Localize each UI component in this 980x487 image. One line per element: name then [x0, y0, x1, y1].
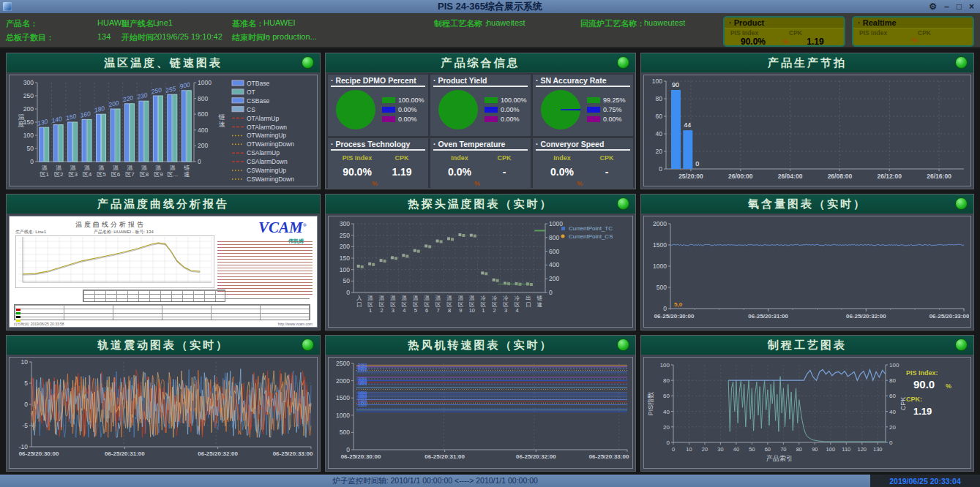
panel-probe-temp: 热探头温度图表（实时） 0501001502002503000200400600…: [325, 194, 636, 331]
svg-text:2000: 2000: [336, 377, 350, 385]
svg-text:-5: -5: [22, 422, 28, 429]
svg-text:80: 80: [663, 377, 670, 384]
svg-text:温区4: 温区4: [83, 165, 92, 178]
recipe-dpmo-subpanel: · Recipe DPMO Percent 100.00% 0.00% 0.00…: [328, 75, 428, 136]
svg-text:-10: -10: [19, 443, 29, 450]
stat-col-label: CPK: [384, 154, 420, 162]
stat-value: 1.19: [384, 166, 420, 178]
svg-text:25/20:00: 25/20:00: [678, 173, 703, 180]
svg-text:06-25/20:33:00: 06-25/20:33:00: [589, 453, 629, 460]
field-label: 基准名：: [232, 18, 264, 29]
svg-text:100: 100: [889, 362, 899, 369]
svg-text:30: 30: [717, 446, 723, 453]
svg-text:2500: 2500: [336, 360, 350, 367]
window-title: PIS 24-365综合展示系统: [0, 0, 980, 13]
svg-text:链速: 链速: [536, 295, 543, 308]
svg-text:200: 200: [340, 243, 350, 250]
pis-index-label: PIS Index: [859, 29, 918, 37]
oven-temperature-subpanel: · Oven Temperature IndexCPK 0.0%- %: [430, 138, 531, 188]
svg-text:0: 0: [198, 158, 201, 165]
stat-value: 0.0%: [536, 166, 588, 178]
svg-text:CSAlarmDown: CSAlarmDown: [247, 158, 288, 165]
svg-text:70: 70: [780, 446, 786, 453]
panel-title: 氧含量图表（实时）: [748, 197, 867, 211]
svg-text:1900: 1900: [358, 382, 367, 386]
legend-swatch: [485, 97, 498, 103]
fan-speed-chart: 0500100015002000250006-25/20:30:0006-25/…: [329, 358, 631, 468]
title-bar: PIS 24-365综合展示系统 ⚙ – □ ×: [0, 0, 980, 13]
furnace-monitor-timeline: 炉子监控时间轴: 2010/1/1 00:00:00 <----> 2010/1…: [0, 476, 870, 486]
svg-text:250: 250: [23, 92, 34, 99]
svg-text:10: 10: [686, 446, 692, 453]
svg-text:%: %: [946, 382, 951, 390]
report-result-table: [14, 304, 310, 320]
svg-text:0: 0: [549, 289, 553, 296]
panel-title: 热探头温度图表（实时）: [408, 197, 553, 211]
maximize-button[interactable]: □: [957, 2, 962, 11]
pis-index-value: 90.0%: [730, 37, 776, 47]
panel-title: 温区温度、链速图表: [104, 56, 222, 70]
subpanel-title: · Process Technology: [331, 138, 425, 151]
svg-text:OTAlarmDown: OTAlarmDown: [247, 124, 287, 131]
minimize-button[interactable]: –: [944, 2, 949, 11]
svg-text:0: 0: [663, 305, 667, 312]
legend-swatch: [587, 107, 600, 113]
legend-swatch: [587, 97, 600, 103]
svg-text:1.19: 1.19: [913, 406, 932, 417]
dpmo-pie-chart: [331, 87, 381, 132]
svg-text:CS: CS: [247, 106, 255, 113]
percent-sign: %: [905, 37, 925, 44]
svg-text:CurrentPoint_CS: CurrentPoint_CS: [569, 233, 613, 240]
panel-oxygen: 氧含量图表（实时） 050010001500200006-25/20:30:00…: [640, 194, 974, 331]
svg-text:06-25/20:30:00: 06-25/20:30:00: [341, 453, 381, 460]
svg-text:0: 0: [30, 158, 34, 165]
svg-text:100: 100: [660, 362, 670, 369]
status-bar: 炉子监控时间轴: 2010/1/1 00:00:00 <----> 2010/1…: [0, 475, 980, 487]
svg-text:400: 400: [549, 261, 559, 268]
probe-temp-chart: 05010015020025030002004006008001000入口温区1…: [329, 216, 631, 327]
panel-zone-temp-chain-speed: 温区温度、链速图表 050100150200250300020040060080…: [6, 53, 321, 189]
svg-text:60: 60: [663, 393, 670, 399]
settings-gear-icon[interactable]: ⚙: [929, 2, 937, 11]
product-index-box: · Product PIS Index CPK 90.0% % 1.19: [723, 16, 845, 47]
svg-text:OTAlarmUp: OTAlarmUp: [247, 115, 280, 122]
svg-text:220: 220: [121, 94, 134, 103]
svg-text:冷区4: 冷区4: [515, 295, 520, 314]
status-lamp-icon: [617, 339, 629, 351]
subpanel-title: · Product Yield: [433, 75, 528, 87]
svg-text:90.0: 90.0: [913, 378, 935, 390]
svg-text:20: 20: [663, 424, 670, 431]
close-button[interactable]: ×: [969, 2, 974, 11]
svg-text:230: 230: [135, 91, 148, 101]
svg-text:产品索引: 产品索引: [766, 455, 793, 462]
svg-text:06-25/20:32:00: 06-25/20:32:00: [846, 313, 886, 320]
conveyor-speed-subpanel: · Converyor Speed IndexCPK 0.0%- %: [533, 138, 633, 188]
svg-text:0: 0: [659, 165, 662, 173]
svg-text:0: 0: [667, 439, 670, 446]
svg-text:1000: 1000: [653, 263, 667, 270]
svg-text:温区7: 温区7: [435, 295, 441, 314]
status-lamp-icon: [955, 197, 968, 210]
field-label: 总板子数目：: [6, 32, 54, 43]
svg-text:26/00:00: 26/00:00: [728, 173, 753, 180]
svg-text:链速: 链速: [183, 165, 190, 178]
svg-text:300: 300: [340, 220, 350, 227]
svg-text:06-25/20:32:00: 06-25/20:32:00: [198, 450, 238, 457]
svg-text:06-25/20:30:00: 06-25/20:30:00: [19, 450, 59, 457]
legend-value: 0.75%: [603, 106, 622, 113]
field-value: Line1: [153, 18, 173, 27]
svg-text:160: 160: [79, 110, 91, 119]
svg-text:40: 40: [656, 130, 663, 137]
svg-text:80: 80: [796, 446, 802, 453]
svg-text:链速: 链速: [218, 113, 225, 128]
svg-text:150: 150: [23, 118, 34, 126]
svg-text:100: 100: [652, 78, 662, 85]
svg-text:出口: 出口: [525, 295, 531, 308]
panel-temp-curve-report: 产品温度曲线分析报告 温度曲线分析报告 生产线名: Line1 产品名称: HU…: [6, 194, 321, 331]
svg-text:50: 50: [749, 446, 755, 453]
svg-text:20: 20: [656, 148, 663, 155]
svg-text:200: 200: [198, 142, 208, 149]
svg-text:26/16:00: 26/16:00: [927, 173, 951, 180]
svg-text:80: 80: [656, 95, 663, 102]
svg-text:5: 5: [24, 380, 28, 387]
